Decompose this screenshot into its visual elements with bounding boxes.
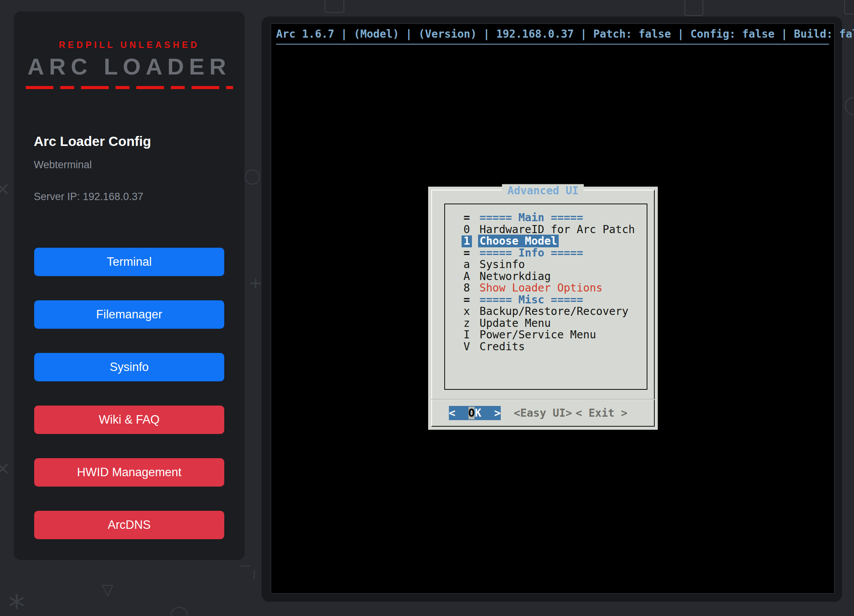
menu-item-credits[interactable]: VCredits: [445, 341, 647, 353]
menu-item-choose-model[interactable]: 1Choose Model: [445, 235, 647, 247]
menu-item-key: x: [462, 306, 472, 318]
brand-divider: [26, 86, 233, 89]
easy-ui-button[interactable]: <Easy UI>: [514, 406, 572, 420]
menu-item-backup-restore-recovery[interactable]: xBackup/Restore/Recovery: [445, 306, 647, 318]
menu-item-key: z: [462, 318, 472, 330]
ok-button-text: <: [449, 407, 468, 419]
decor-circle-icon: [170, 607, 188, 616]
sidebar-button-hwid-management[interactable]: HWID Management: [34, 458, 224, 487]
page-title: Arc Loader Config: [34, 134, 245, 149]
dialog-title: Advanced UI: [502, 184, 584, 197]
menu-item-key: 0: [462, 224, 472, 236]
ok-button-cursor: O: [468, 407, 475, 419]
menu-item-label: Power/Service Menu: [478, 328, 597, 341]
decor-dash-icon: [240, 565, 250, 567]
advanced-ui-dialog: Advanced UI ====== Main =====0HardwareID…: [428, 187, 658, 430]
dialog-separator: [431, 399, 655, 399]
menu-item-update-menu[interactable]: zUpdate Menu: [445, 318, 647, 330]
brand-logo: REDPILL UNLEASHED ARC LOADER: [14, 40, 245, 89]
decor-cross-icon: ×: [0, 180, 10, 197]
menu-item-label: ===== Misc =====: [478, 293, 585, 306]
decor-cross-icon: ×: [0, 459, 10, 477]
menu-item-key: =: [462, 294, 472, 306]
dialog-menu-list: ====== Main =====0HardwareID for Arc Pat…: [444, 204, 647, 390]
menu-item-label: HardwareID for Arc Patch: [478, 223, 637, 236]
ok-button[interactable]: < OK >: [449, 406, 501, 420]
menu-item-hardwareid-for-arc-patch[interactable]: 0HardwareID for Arc Patch: [445, 224, 647, 236]
brand-title: ARC LOADER: [14, 53, 245, 80]
sidebar-buttons: TerminalFilemanagerSysinfoWiki & FAQHWID…: [34, 248, 224, 563]
menu-item-show-loader-options[interactable]: 8Show Loader Options: [445, 282, 647, 294]
menu-item-misc[interactable]: ====== Misc =====: [445, 294, 647, 306]
menu-item-info[interactable]: ====== Info =====: [445, 247, 647, 259]
menu-item-key: 8: [462, 282, 472, 294]
menu-item-key: =: [462, 247, 472, 259]
menu-item-label: Networkdiag: [478, 270, 552, 283]
decor-circle-icon: [845, 97, 854, 115]
page: { "colors": { "page_bg": "#27292e", "sid…: [0, 0, 854, 616]
menu-item-key: I: [462, 329, 472, 341]
menu-item-networkdiag[interactable]: ANetworkdiag: [445, 271, 647, 283]
brand-tagline: REDPILL UNLEASHED: [14, 40, 245, 50]
menu-item-key: =: [462, 212, 472, 224]
menu-item-label: ===== Info =====: [478, 247, 585, 259]
sidebar-button-filemanager[interactable]: Filemanager: [34, 300, 224, 329]
menu-item-label: ===== Main =====: [478, 211, 585, 224]
menu-item-label: Update Menu: [478, 317, 552, 330]
terminal-status-bar: Arc 1.6.7 | (Model) | (Version) | 192.16…: [276, 28, 829, 40]
menu-item-key: A: [462, 271, 472, 283]
terminal-screen[interactable]: Arc 1.6.7 | (Model) | (Version) | 192.16…: [271, 23, 834, 594]
menu-item-power-service-menu[interactable]: IPower/Service Menu: [445, 329, 647, 341]
menu-item-key: 1: [462, 235, 472, 247]
menu-item-main[interactable]: ====== Main =====: [445, 212, 647, 224]
menu-item-label: Credits: [478, 340, 526, 353]
menu-item-label: Show Loader Options: [478, 282, 604, 294]
terminal-panel: Arc 1.6.7 | (Model) | (Version) | 192.16…: [261, 17, 842, 602]
menu-item-sysinfo[interactable]: aSysinfo: [445, 259, 647, 271]
sidebar-button-terminal[interactable]: Terminal: [34, 248, 224, 276]
decor-square-icon: [844, 0, 854, 15]
exit-button[interactable]: < Exit >: [576, 406, 627, 420]
menu-item-label: Backup/Restore/Recovery: [478, 305, 630, 318]
terminal-status-divider: [276, 44, 829, 45]
menu-item-label: Sysinfo: [478, 258, 526, 271]
menu-item-key: V: [462, 341, 472, 353]
sidebar: REDPILL UNLEASHED ARC LOADER Arc Loader …: [14, 12, 245, 560]
menu-item-label: Choose Model: [478, 235, 559, 247]
decor-square-icon: [684, 0, 703, 16]
decor-circle-icon: [245, 169, 260, 185]
decor-triangle-icon: ▽: [102, 582, 114, 597]
server-ip-label: Server IP: 192.168.0.37: [34, 191, 245, 203]
menu-item-key: a: [462, 259, 472, 271]
decor-asterisk-icon: *: [8, 591, 25, 616]
decor-dash-icon: [253, 570, 255, 579]
sidebar-button-arcdns[interactable]: ArcDNS: [34, 511, 224, 539]
ok-button-text: K >: [475, 407, 500, 419]
sidebar-button-wiki-faq[interactable]: Wiki & FAQ: [34, 406, 224, 434]
page-subtitle: Webterminal: [34, 159, 245, 171]
decor-square-icon: [324, 0, 344, 13]
decor-plus-icon: +: [249, 275, 262, 291]
sidebar-button-sysinfo[interactable]: Sysinfo: [34, 353, 224, 381]
